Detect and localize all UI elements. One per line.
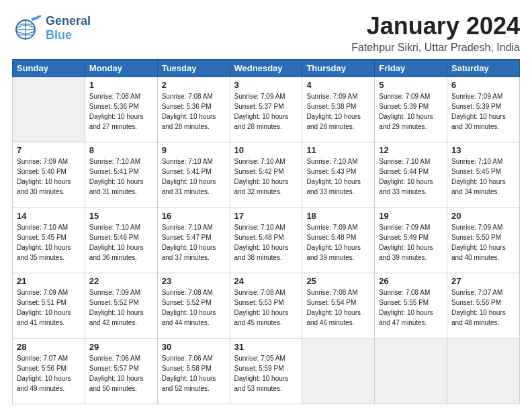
calendar-cell: 15Sunrise: 7:10 AM Sunset: 5:46 PM Dayli… bbox=[85, 208, 157, 273]
logo: General Blue bbox=[12, 12, 91, 44]
day-info: Sunrise: 7:09 AM Sunset: 5:51 PM Dayligh… bbox=[17, 287, 81, 328]
calendar-cell: 14Sunrise: 7:10 AM Sunset: 5:45 PM Dayli… bbox=[13, 208, 85, 273]
day-info: Sunrise: 7:09 AM Sunset: 5:50 PM Dayligh… bbox=[451, 222, 515, 263]
calendar-cell: 24Sunrise: 7:08 AM Sunset: 5:53 PM Dayli… bbox=[230, 273, 302, 338]
week-row-5: 28Sunrise: 7:07 AM Sunset: 5:56 PM Dayli… bbox=[13, 338, 520, 404]
day-info: Sunrise: 7:06 AM Sunset: 5:57 PM Dayligh… bbox=[89, 353, 153, 394]
calendar-cell: 1Sunrise: 7:08 AM Sunset: 5:36 PM Daylig… bbox=[85, 77, 157, 142]
day-number: 27 bbox=[451, 276, 515, 286]
day-number: 1 bbox=[89, 80, 153, 90]
day-info: Sunrise: 7:09 AM Sunset: 5:49 PM Dayligh… bbox=[379, 222, 443, 263]
day-number: 8 bbox=[89, 145, 153, 155]
day-number: 14 bbox=[17, 211, 81, 221]
day-info: Sunrise: 7:08 AM Sunset: 5:52 PM Dayligh… bbox=[162, 287, 226, 328]
day-number: 24 bbox=[234, 276, 298, 286]
day-number: 29 bbox=[89, 342, 153, 352]
calendar-cell: 8Sunrise: 7:10 AM Sunset: 5:41 PM Daylig… bbox=[85, 142, 157, 208]
day-number: 31 bbox=[234, 342, 298, 352]
calendar-header-row: SundayMondayTuesdayWednesdayThursdayFrid… bbox=[13, 60, 520, 77]
day-header-wednesday: Wednesday bbox=[230, 60, 302, 77]
day-number: 3 bbox=[234, 80, 298, 90]
header: General Blue January 2024 Fatehpur Sikri… bbox=[12, 12, 520, 54]
day-info: Sunrise: 7:10 AM Sunset: 5:47 PM Dayligh… bbox=[162, 222, 226, 263]
day-number: 18 bbox=[306, 211, 370, 221]
day-header-sunday: Sunday bbox=[13, 60, 85, 77]
day-number: 22 bbox=[89, 276, 153, 286]
calendar-cell bbox=[302, 338, 375, 404]
logo-text-block: General Blue bbox=[46, 14, 91, 42]
day-number: 28 bbox=[17, 342, 81, 352]
day-info: Sunrise: 7:10 AM Sunset: 5:45 PM Dayligh… bbox=[17, 222, 81, 263]
logo-line2: Blue bbox=[46, 28, 91, 42]
calendar-cell: 20Sunrise: 7:09 AM Sunset: 5:50 PM Dayli… bbox=[447, 208, 520, 273]
calendar-cell: 11Sunrise: 7:10 AM Sunset: 5:43 PM Dayli… bbox=[302, 142, 375, 208]
day-number: 10 bbox=[234, 145, 298, 155]
month-title: January 2024 bbox=[351, 12, 520, 40]
day-number: 4 bbox=[306, 80, 370, 90]
calendar-cell: 7Sunrise: 7:09 AM Sunset: 5:40 PM Daylig… bbox=[13, 142, 85, 208]
day-number: 13 bbox=[451, 145, 515, 155]
day-info: Sunrise: 7:10 AM Sunset: 5:46 PM Dayligh… bbox=[89, 222, 153, 263]
calendar-cell: 25Sunrise: 7:08 AM Sunset: 5:54 PM Dayli… bbox=[302, 273, 375, 338]
day-info: Sunrise: 7:09 AM Sunset: 5:40 PM Dayligh… bbox=[17, 156, 81, 197]
day-info: Sunrise: 7:09 AM Sunset: 5:39 PM Dayligh… bbox=[379, 91, 443, 132]
day-number: 23 bbox=[162, 276, 226, 286]
calendar-table: SundayMondayTuesdayWednesdayThursdayFrid… bbox=[12, 59, 520, 404]
week-row-1: 1Sunrise: 7:08 AM Sunset: 5:36 PM Daylig… bbox=[13, 77, 520, 142]
location: Fatehpur Sikri, Uttar Pradesh, India bbox=[351, 42, 520, 54]
calendar-cell: 3Sunrise: 7:09 AM Sunset: 5:37 PM Daylig… bbox=[230, 77, 302, 142]
day-number: 5 bbox=[379, 80, 443, 90]
day-header-saturday: Saturday bbox=[447, 60, 520, 77]
calendar-cell: 22Sunrise: 7:09 AM Sunset: 5:52 PM Dayli… bbox=[85, 273, 157, 338]
calendar-cell: 27Sunrise: 7:07 AM Sunset: 5:56 PM Dayli… bbox=[447, 273, 520, 338]
calendar-cell: 18Sunrise: 7:09 AM Sunset: 5:48 PM Dayli… bbox=[302, 208, 375, 273]
calendar-cell: 28Sunrise: 7:07 AM Sunset: 5:56 PM Dayli… bbox=[13, 338, 85, 404]
week-row-3: 14Sunrise: 7:10 AM Sunset: 5:45 PM Dayli… bbox=[13, 208, 520, 273]
day-info: Sunrise: 7:10 AM Sunset: 5:41 PM Dayligh… bbox=[89, 156, 153, 197]
calendar-cell bbox=[13, 77, 85, 142]
day-number: 16 bbox=[162, 211, 226, 221]
logo-icon bbox=[12, 12, 44, 44]
day-number: 20 bbox=[451, 211, 515, 221]
day-info: Sunrise: 7:08 AM Sunset: 5:53 PM Dayligh… bbox=[234, 287, 298, 328]
day-header-monday: Monday bbox=[85, 60, 157, 77]
calendar-cell: 26Sunrise: 7:08 AM Sunset: 5:55 PM Dayli… bbox=[375, 273, 447, 338]
day-info: Sunrise: 7:05 AM Sunset: 5:59 PM Dayligh… bbox=[234, 353, 298, 394]
day-header-friday: Friday bbox=[375, 60, 447, 77]
day-info: Sunrise: 7:07 AM Sunset: 5:56 PM Dayligh… bbox=[17, 353, 81, 394]
calendar-cell bbox=[447, 338, 520, 404]
calendar-cell: 10Sunrise: 7:10 AM Sunset: 5:42 PM Dayli… bbox=[230, 142, 302, 208]
week-row-4: 21Sunrise: 7:09 AM Sunset: 5:51 PM Dayli… bbox=[13, 273, 520, 338]
day-info: Sunrise: 7:10 AM Sunset: 5:41 PM Dayligh… bbox=[162, 156, 226, 197]
calendar-cell: 5Sunrise: 7:09 AM Sunset: 5:39 PM Daylig… bbox=[375, 77, 447, 142]
day-number: 12 bbox=[379, 145, 443, 155]
day-number: 25 bbox=[306, 276, 370, 286]
day-header-tuesday: Tuesday bbox=[157, 60, 230, 77]
title-block: January 2024 Fatehpur Sikri, Uttar Prade… bbox=[351, 12, 520, 54]
day-number: 9 bbox=[162, 145, 226, 155]
day-number: 7 bbox=[17, 145, 81, 155]
day-number: 2 bbox=[162, 80, 226, 90]
calendar-cell: 2Sunrise: 7:08 AM Sunset: 5:36 PM Daylig… bbox=[157, 77, 230, 142]
day-info: Sunrise: 7:08 AM Sunset: 5:36 PM Dayligh… bbox=[89, 91, 153, 132]
calendar-cell: 12Sunrise: 7:10 AM Sunset: 5:44 PM Dayli… bbox=[375, 142, 447, 208]
calendar-cell: 29Sunrise: 7:06 AM Sunset: 5:57 PM Dayli… bbox=[85, 338, 157, 404]
calendar-cell: 23Sunrise: 7:08 AM Sunset: 5:52 PM Dayli… bbox=[157, 273, 230, 338]
day-info: Sunrise: 7:10 AM Sunset: 5:42 PM Dayligh… bbox=[234, 156, 298, 197]
day-number: 17 bbox=[234, 211, 298, 221]
calendar-cell: 30Sunrise: 7:06 AM Sunset: 5:58 PM Dayli… bbox=[157, 338, 230, 404]
day-number: 11 bbox=[306, 145, 370, 155]
day-number: 19 bbox=[379, 211, 443, 221]
day-number: 26 bbox=[379, 276, 443, 286]
day-number: 21 bbox=[17, 276, 81, 286]
page: General Blue January 2024 Fatehpur Sikri… bbox=[0, 0, 532, 411]
day-info: Sunrise: 7:06 AM Sunset: 5:58 PM Dayligh… bbox=[162, 353, 226, 394]
calendar-cell: 31Sunrise: 7:05 AM Sunset: 5:59 PM Dayli… bbox=[230, 338, 302, 404]
calendar-cell: 6Sunrise: 7:09 AM Sunset: 5:39 PM Daylig… bbox=[447, 77, 520, 142]
day-number: 30 bbox=[162, 342, 226, 352]
day-info: Sunrise: 7:09 AM Sunset: 5:52 PM Dayligh… bbox=[89, 287, 153, 328]
calendar-cell: 16Sunrise: 7:10 AM Sunset: 5:47 PM Dayli… bbox=[157, 208, 230, 273]
day-info: Sunrise: 7:07 AM Sunset: 5:56 PM Dayligh… bbox=[451, 287, 515, 328]
day-number: 6 bbox=[451, 80, 515, 90]
calendar-cell: 17Sunrise: 7:10 AM Sunset: 5:48 PM Dayli… bbox=[230, 208, 302, 273]
